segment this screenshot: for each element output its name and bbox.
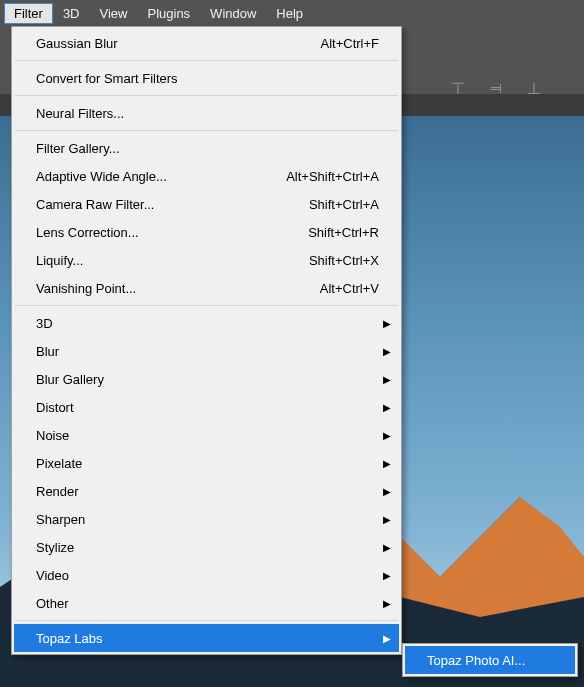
menu-item-convert-for-smart-filters[interactable]: Convert for Smart Filters: [14, 64, 399, 92]
submenu-item-label: Topaz Photo AI...: [427, 653, 525, 668]
submenu-arrow-icon: ▶: [383, 374, 391, 385]
menu-item-label: Topaz Labs: [36, 631, 103, 646]
menu-item-label: Other: [36, 596, 69, 611]
menu-item-topaz-labs[interactable]: Topaz Labs▶: [14, 624, 399, 652]
menu-item-3d[interactable]: 3D▶: [14, 309, 399, 337]
submenu-item-topaz-photo-ai[interactable]: Topaz Photo AI...: [405, 646, 575, 674]
menubar-item-help[interactable]: Help: [266, 3, 313, 24]
menu-item-stylize[interactable]: Stylize▶: [14, 533, 399, 561]
menu-item-sharpen[interactable]: Sharpen▶: [14, 505, 399, 533]
menubar-item-filter[interactable]: Filter: [4, 3, 53, 24]
menu-item-label: Convert for Smart Filters: [36, 71, 178, 86]
menu-item-label: 3D: [36, 316, 53, 331]
menu-item-label: Adaptive Wide Angle...: [36, 169, 167, 184]
submenu-arrow-icon: ▶: [383, 598, 391, 609]
menu-item-label: Neural Filters...: [36, 106, 124, 121]
menu-item-lens-correction[interactable]: Lens Correction...Shift+Ctrl+R: [14, 218, 399, 246]
menu-item-other[interactable]: Other▶: [14, 589, 399, 617]
menu-item-label: Liquify...: [36, 253, 83, 268]
menu-separator: [15, 620, 398, 621]
submenu-arrow-icon: ▶: [383, 346, 391, 357]
menu-item-label: Lens Correction...: [36, 225, 139, 240]
menu-item-label: Blur Gallery: [36, 372, 104, 387]
submenu-arrow-icon: ▶: [383, 458, 391, 469]
menu-item-liquify[interactable]: Liquify...Shift+Ctrl+X: [14, 246, 399, 274]
menu-item-neural-filters[interactable]: Neural Filters...: [14, 99, 399, 127]
menu-item-label: Distort: [36, 400, 74, 415]
submenu-arrow-icon: ▶: [383, 514, 391, 525]
menu-item-filter-gallery[interactable]: Filter Gallery...: [14, 134, 399, 162]
menu-separator: [15, 60, 398, 61]
menu-item-adaptive-wide-angle[interactable]: Adaptive Wide Angle...Alt+Shift+Ctrl+A: [14, 162, 399, 190]
menu-item-shortcut: Alt+Shift+Ctrl+A: [286, 169, 379, 184]
menu-item-label: Gaussian Blur: [36, 36, 118, 51]
menu-item-label: Blur: [36, 344, 59, 359]
menubar-item-3d[interactable]: 3D: [53, 3, 90, 24]
menu-item-label: Camera Raw Filter...: [36, 197, 154, 212]
menu-item-label: Sharpen: [36, 512, 85, 527]
menu-item-vanishing-point[interactable]: Vanishing Point...Alt+Ctrl+V: [14, 274, 399, 302]
menu-item-render[interactable]: Render▶: [14, 477, 399, 505]
menu-item-label: Video: [36, 568, 69, 583]
menu-item-label: Pixelate: [36, 456, 82, 471]
submenu-arrow-icon: ▶: [383, 402, 391, 413]
menu-item-shortcut: Shift+Ctrl+R: [308, 225, 379, 240]
menu-separator: [15, 95, 398, 96]
menu-item-label: Noise: [36, 428, 69, 443]
menu-item-blur-gallery[interactable]: Blur Gallery▶: [14, 365, 399, 393]
filter-menu-dropdown: Gaussian BlurAlt+Ctrl+FConvert for Smart…: [11, 26, 402, 655]
submenu-arrow-icon: ▶: [383, 486, 391, 497]
menu-item-gaussian-blur[interactable]: Gaussian BlurAlt+Ctrl+F: [14, 29, 399, 57]
menu-item-shortcut: Shift+Ctrl+X: [309, 253, 379, 268]
submenu-arrow-icon: ▶: [383, 430, 391, 441]
menu-item-shortcut: Alt+Ctrl+V: [320, 281, 379, 296]
menu-item-label: Filter Gallery...: [36, 141, 120, 156]
menubar-item-plugins[interactable]: Plugins: [137, 3, 200, 24]
menu-item-label: Vanishing Point...: [36, 281, 136, 296]
menu-item-shortcut: Shift+Ctrl+A: [309, 197, 379, 212]
menu-separator: [15, 305, 398, 306]
menubar-item-window[interactable]: Window: [200, 3, 266, 24]
menubar: Filter3DViewPluginsWindowHelp: [0, 0, 584, 26]
menu-item-distort[interactable]: Distort▶: [14, 393, 399, 421]
menu-item-shortcut: Alt+Ctrl+F: [320, 36, 379, 51]
submenu-arrow-icon: ▶: [383, 570, 391, 581]
menu-item-label: Stylize: [36, 540, 74, 555]
menu-item-pixelate[interactable]: Pixelate▶: [14, 449, 399, 477]
menu-separator: [15, 130, 398, 131]
submenu-arrow-icon: ▶: [383, 633, 391, 644]
menu-item-noise[interactable]: Noise▶: [14, 421, 399, 449]
menu-item-camera-raw-filter[interactable]: Camera Raw Filter...Shift+Ctrl+A: [14, 190, 399, 218]
submenu-arrow-icon: ▶: [383, 318, 391, 329]
menu-item-blur[interactable]: Blur▶: [14, 337, 399, 365]
menu-item-label: Render: [36, 484, 79, 499]
menubar-item-view[interactable]: View: [90, 3, 138, 24]
topaz-labs-submenu: Topaz Photo AI...: [402, 643, 578, 677]
submenu-arrow-icon: ▶: [383, 542, 391, 553]
menu-item-video[interactable]: Video▶: [14, 561, 399, 589]
